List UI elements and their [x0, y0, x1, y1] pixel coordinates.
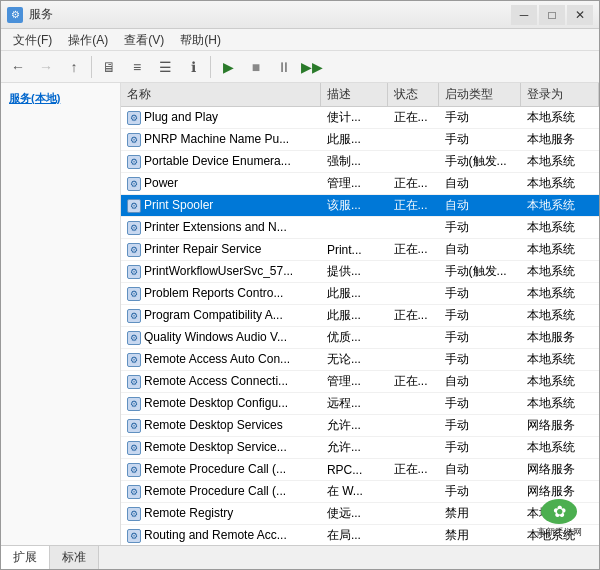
service-desc-cell: 允许...: [321, 415, 388, 437]
logo-overlay: ✿ 高新手游网: [529, 499, 589, 539]
close-button[interactable]: ✕: [567, 5, 593, 25]
app-icon: ⚙: [7, 7, 23, 23]
table-row[interactable]: ⚙Remote Registry使远...禁用本地服务: [121, 503, 599, 525]
service-name-cell: ⚙Remote Registry: [121, 503, 321, 525]
col-login[interactable]: 登录为: [521, 83, 599, 107]
service-name: Program Compatibility A...: [144, 308, 283, 322]
service-startup-cell: 手动: [439, 415, 521, 437]
show-computer-button[interactable]: 🖥: [96, 54, 122, 80]
service-desc-cell: 使远...: [321, 503, 388, 525]
col-startup[interactable]: 启动类型: [439, 83, 521, 107]
minimize-button[interactable]: ─: [511, 5, 537, 25]
service-icon: ⚙: [127, 463, 141, 477]
service-desc-cell: 在局...: [321, 525, 388, 546]
table-row[interactable]: ⚙Remote Desktop Services允许...手动网络服务: [121, 415, 599, 437]
service-desc-cell: 强制...: [321, 151, 388, 173]
sidebar-title[interactable]: 服务(本地): [9, 91, 112, 106]
service-name-cell: ⚙PNRP Machine Name Pu...: [121, 129, 321, 151]
service-startup-cell: 手动: [439, 349, 521, 371]
menu-action[interactable]: 操作(A): [60, 31, 116, 48]
service-name-cell: ⚙Printer Extensions and N...: [121, 217, 321, 239]
service-name: Remote Access Auto Con...: [144, 352, 290, 366]
service-status-cell: [388, 129, 439, 151]
table-row[interactable]: ⚙Problem Reports Contro...此服...手动本地系统: [121, 283, 599, 305]
table-row[interactable]: ⚙Remote Desktop Configu...远程...手动本地系统: [121, 393, 599, 415]
tab-standard[interactable]: 标准: [50, 546, 99, 569]
service-icon: ⚙: [127, 507, 141, 521]
menu-view[interactable]: 查看(V): [116, 31, 172, 48]
service-status-cell: 正在...: [388, 107, 439, 129]
table-row[interactable]: ⚙Plug and Play使计...正在...手动本地系统: [121, 107, 599, 129]
table-row[interactable]: ⚙Remote Desktop Service...允许...手动本地系统: [121, 437, 599, 459]
menu-help[interactable]: 帮助(H): [172, 31, 229, 48]
pause-service-button[interactable]: ⏸: [271, 54, 297, 80]
service-desc-cell: 此服...: [321, 305, 388, 327]
tab-extended[interactable]: 扩展: [1, 546, 50, 569]
maximize-button[interactable]: □: [539, 5, 565, 25]
service-startup-cell: 自动: [439, 459, 521, 481]
col-desc[interactable]: 描述: [321, 83, 388, 107]
window-title: 服务: [29, 6, 53, 23]
service-name-cell: ⚙Remote Procedure Call (...: [121, 481, 321, 503]
table-row[interactable]: ⚙Routing and Remote Acc...在局...禁用本地系统: [121, 525, 599, 546]
service-name: Printer Extensions and N...: [144, 220, 287, 234]
service-status-cell: 正在...: [388, 195, 439, 217]
view-list-button[interactable]: ≡: [124, 54, 150, 80]
toolbar-separator-1: [91, 56, 92, 78]
properties-button[interactable]: ℹ: [180, 54, 206, 80]
service-icon: ⚙: [127, 485, 141, 499]
service-name-cell: ⚙Print Spooler: [121, 195, 321, 217]
start-service-button[interactable]: ▶: [215, 54, 241, 80]
service-status-cell: [388, 151, 439, 173]
service-icon: ⚙: [127, 265, 141, 279]
service-icon: ⚙: [127, 243, 141, 257]
table-row[interactable]: ⚙Portable Device Enumera...强制...手动(触发...…: [121, 151, 599, 173]
table-row[interactable]: ⚙Remote Access Connecti...管理...正在...自动本地…: [121, 371, 599, 393]
service-startup-cell: 手动(触发...: [439, 151, 521, 173]
service-startup-cell: 自动: [439, 195, 521, 217]
table-row[interactable]: ⚙Printer Extensions and N...手动本地系统: [121, 217, 599, 239]
resume-service-button[interactable]: ▶▶: [299, 54, 325, 80]
service-status-cell: [388, 261, 439, 283]
service-name: Power: [144, 176, 178, 190]
col-status[interactable]: 状态: [388, 83, 439, 107]
menu-file[interactable]: 文件(F): [5, 31, 60, 48]
service-name: Printer Repair Service: [144, 242, 261, 256]
service-name-cell: ⚙Routing and Remote Acc...: [121, 525, 321, 546]
col-name[interactable]: 名称: [121, 83, 321, 107]
service-startup-cell: 手动: [439, 129, 521, 151]
stop-service-button[interactable]: ■: [243, 54, 269, 80]
back-button[interactable]: ←: [5, 54, 31, 80]
service-name: Remote Registry: [144, 506, 233, 520]
service-status-cell: [388, 327, 439, 349]
up-button[interactable]: ↑: [61, 54, 87, 80]
table-row[interactable]: ⚙Remote Procedure Call (...在 W...手动网络服务: [121, 481, 599, 503]
table-row[interactable]: ⚙PrintWorkflowUserSvc_57...提供...手动(触发...…: [121, 261, 599, 283]
logo-text: 高新手游网: [537, 526, 582, 539]
table-row[interactable]: ⚙Remote Procedure Call (...RPC...正在...自动…: [121, 459, 599, 481]
services-table-area[interactable]: 名称 描述 状态 启动类型 登录为 ⚙Plug and Play使计...正在.…: [121, 83, 599, 545]
table-row[interactable]: ⚙Remote Access Auto Con...无论...手动本地系统: [121, 349, 599, 371]
service-startup-cell: 手动: [439, 217, 521, 239]
service-icon: ⚙: [127, 155, 141, 169]
service-status-cell: [388, 415, 439, 437]
table-row[interactable]: ⚙Printer Repair ServicePrint...正在...自动本地…: [121, 239, 599, 261]
service-desc-cell: 远程...: [321, 393, 388, 415]
service-icon: ⚙: [127, 199, 141, 213]
service-name-cell: ⚙Problem Reports Contro...: [121, 283, 321, 305]
service-startup-cell: 自动: [439, 371, 521, 393]
service-name: PrintWorkflowUserSvc_57...: [144, 264, 293, 278]
table-row[interactable]: ⚙Power管理...正在...自动本地系统: [121, 173, 599, 195]
service-login-cell: 本地服务: [521, 129, 599, 151]
table-row[interactable]: ⚙Quality Windows Audio V...优质...手动本地服务: [121, 327, 599, 349]
table-row[interactable]: ⚙Print Spooler该服...正在...自动本地系统: [121, 195, 599, 217]
view-detail-button[interactable]: ☰: [152, 54, 178, 80]
service-login-cell: 本地系统: [521, 107, 599, 129]
service-login-cell: 本地系统: [521, 437, 599, 459]
service-name-cell: ⚙Remote Procedure Call (...: [121, 459, 321, 481]
table-row[interactable]: ⚙PNRP Machine Name Pu...此服...手动本地服务: [121, 129, 599, 151]
service-startup-cell: 手动: [439, 437, 521, 459]
main-content: 服务(本地) 名称 描述 状态 启动类型 登录为 ⚙Plug and Play使…: [1, 83, 599, 545]
service-name: Routing and Remote Acc...: [144, 528, 287, 542]
table-row[interactable]: ⚙Program Compatibility A...此服...正在...手动本…: [121, 305, 599, 327]
